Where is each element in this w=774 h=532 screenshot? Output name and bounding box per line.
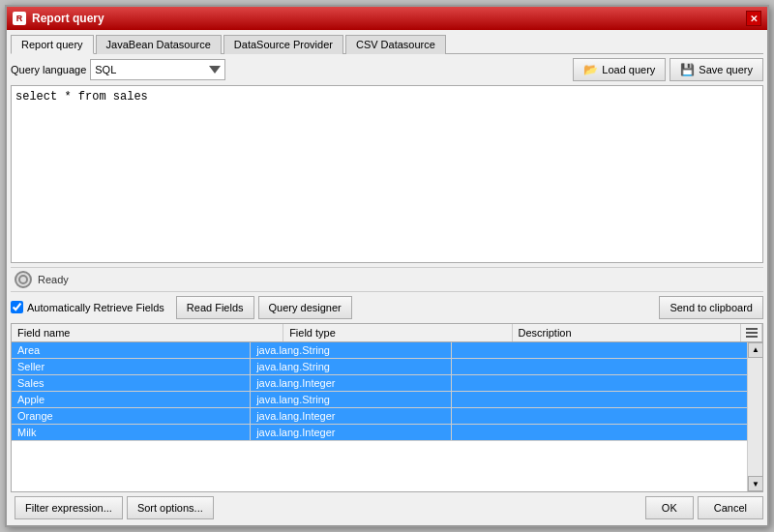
cell-field-type: java.lang.Integer bbox=[251, 375, 452, 391]
table-row[interactable]: Sales java.lang.Integer bbox=[12, 375, 747, 392]
sort-options-button[interactable]: Sort options... bbox=[127, 496, 214, 519]
tab-csv-datasource[interactable]: CSV Datasource bbox=[345, 35, 446, 54]
save-query-button[interactable]: 💾 Save query bbox=[670, 58, 763, 81]
cell-description bbox=[452, 408, 747, 424]
cell-field-name: Orange bbox=[12, 408, 251, 424]
save-icon: 💾 bbox=[680, 63, 695, 76]
scroll-down-button[interactable]: ▼ bbox=[748, 476, 762, 491]
cell-field-type: java.lang.Integer bbox=[251, 408, 452, 424]
cell-field-type: java.lang.String bbox=[251, 359, 452, 374]
cancel-button[interactable]: Cancel bbox=[698, 496, 763, 519]
table-header: Field name Field type Description bbox=[12, 324, 762, 342]
query-designer-button[interactable]: Query designer bbox=[258, 296, 352, 319]
footer-row: Filter expression... Sort options... OK … bbox=[11, 492, 763, 521]
column-field-name: Field name bbox=[12, 324, 283, 341]
window-content: Report query JavaBean Datasource DataSou… bbox=[7, 30, 767, 525]
cell-description bbox=[452, 359, 747, 374]
report-query-window: R Report query ✕ Report query JavaBean D… bbox=[5, 5, 769, 527]
cell-field-name: Seller bbox=[12, 359, 251, 374]
title-bar: R Report query ✕ bbox=[7, 7, 767, 30]
send-clipboard-button[interactable]: Send to clipboard bbox=[659, 296, 763, 319]
column-field-type: Field type bbox=[283, 324, 512, 341]
cell-field-name: Sales bbox=[12, 375, 251, 391]
tab-javabean[interactable]: JavaBean Datasource bbox=[96, 35, 222, 54]
load-query-button[interactable]: 📂 Load query bbox=[573, 58, 666, 81]
table-row[interactable]: Seller java.lang.String bbox=[12, 359, 747, 375]
fields-table: Field name Field type Description Area j… bbox=[11, 323, 763, 493]
status-text: Ready bbox=[38, 274, 69, 285]
status-icon bbox=[15, 271, 32, 288]
cell-description bbox=[452, 425, 747, 440]
table-options-icon[interactable] bbox=[741, 324, 762, 341]
cell-field-type: java.lang.String bbox=[251, 392, 452, 407]
table-row[interactable]: Orange java.lang.Integer bbox=[12, 408, 747, 425]
table-row[interactable]: Apple java.lang.String bbox=[12, 392, 747, 408]
status-bar: Ready bbox=[11, 267, 763, 292]
auto-retrieve-label[interactable]: Automatically Retrieve Fields bbox=[11, 301, 164, 313]
cell-description bbox=[452, 392, 747, 407]
window-title: Report query bbox=[32, 12, 104, 25]
tab-datasource-provider[interactable]: DataSource Provider bbox=[223, 35, 343, 54]
title-bar-left: R Report query bbox=[13, 12, 104, 25]
table-body: Area java.lang.String Seller java.lang.S… bbox=[12, 342, 747, 492]
svg-rect-1 bbox=[746, 332, 758, 334]
read-fields-button[interactable]: Read Fields bbox=[176, 296, 254, 319]
ok-button[interactable]: OK bbox=[645, 496, 694, 519]
query-editor[interactable]: select * from sales bbox=[11, 85, 763, 263]
cell-description bbox=[452, 342, 747, 358]
query-language-label: Query language bbox=[11, 64, 86, 75]
close-button[interactable]: ✕ bbox=[746, 11, 761, 26]
tab-bar: Report query JavaBean Datasource DataSou… bbox=[11, 34, 763, 54]
scroll-up-button[interactable]: ▲ bbox=[748, 342, 762, 358]
filter-expression-button[interactable]: Filter expression... bbox=[15, 496, 123, 519]
column-description: Description bbox=[513, 324, 741, 341]
query-language-row: Query language SQL HQL MDX 📂 Load query … bbox=[11, 58, 763, 81]
tab-report-query[interactable]: Report query bbox=[11, 35, 94, 54]
cell-field-type: java.lang.String bbox=[251, 342, 452, 358]
cell-field-name: Apple bbox=[12, 392, 251, 407]
table-row[interactable]: Milk java.lang.Integer bbox=[12, 425, 747, 441]
scrollbar-track[interactable] bbox=[748, 358, 762, 477]
table-row[interactable]: Area java.lang.String bbox=[12, 342, 747, 359]
window-icon: R bbox=[13, 12, 26, 25]
svg-rect-2 bbox=[746, 336, 758, 338]
table-scrollbar[interactable]: ▲ ▼ bbox=[747, 342, 762, 492]
cell-field-name: Area bbox=[12, 342, 251, 358]
cell-field-name: Milk bbox=[12, 425, 251, 440]
query-language-select[interactable]: SQL HQL MDX bbox=[90, 59, 225, 80]
auto-retrieve-checkbox[interactable] bbox=[11, 301, 23, 313]
cell-description bbox=[452, 375, 747, 391]
svg-rect-0 bbox=[746, 328, 758, 330]
cell-field-type: java.lang.Integer bbox=[251, 425, 452, 440]
actions-row: Automatically Retrieve Fields Read Field… bbox=[11, 292, 763, 323]
load-icon: 📂 bbox=[583, 63, 598, 76]
